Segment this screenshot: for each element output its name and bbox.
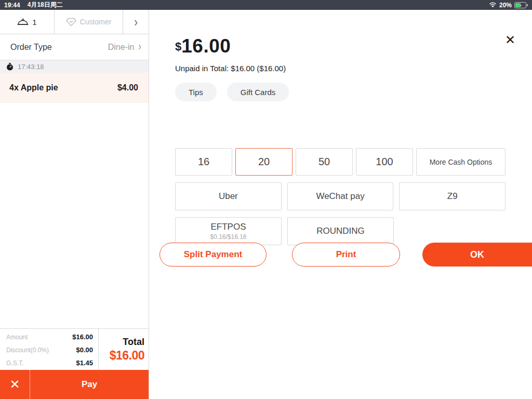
tips-button[interactable]: Tips (175, 83, 217, 101)
status-bar: 19:44 4月18日周二 20% (0, 0, 532, 10)
uber-payment-button[interactable]: Uber (175, 182, 282, 210)
total-label: Total (123, 337, 144, 348)
battery-percent: 20% (499, 2, 512, 9)
extras-row: Tips Gift Cards (175, 83, 506, 101)
payment-methods-row-2: EFTPOS $0.16/$16.16 ROUNDING (175, 217, 506, 245)
cancel-order-button[interactable]: ✕ (0, 370, 30, 399)
wifi-icon (489, 2, 497, 8)
customer-button[interactable]: Customer (55, 10, 123, 34)
order-type-row[interactable]: Order Type Dine-in › (0, 34, 149, 60)
status-date: 4月18日周二 (28, 1, 63, 9)
amount-row: Amount $16.00 (6, 333, 93, 341)
wechat-pay-payment-button[interactable]: WeChat pay (287, 182, 394, 210)
status-time: 19:44 (4, 2, 20, 9)
amount-label: Amount (6, 334, 28, 341)
cloche-icon (17, 17, 29, 26)
cash-option-100[interactable]: 100 (356, 148, 413, 176)
print-button[interactable]: Print (292, 243, 400, 267)
close-payment-button[interactable]: ✕ (505, 34, 515, 46)
order-header: 1 Customer › (0, 10, 149, 34)
expand-order-button[interactable]: › (123, 10, 149, 34)
pay-button-label: Pay (82, 379, 97, 390)
gst-row: G.S.T. $1.45 (6, 359, 93, 367)
order-type-value: Dine-in (108, 43, 135, 52)
pay-bar: ✕ Pay (0, 370, 149, 399)
tips-label: Tips (189, 88, 203, 97)
z9-label: Z9 (447, 191, 458, 202)
discount-label: Discount(0.0%) (6, 347, 49, 354)
due-amount-value: 16.00 (181, 35, 231, 57)
diamond-icon (66, 18, 76, 26)
order-line-item[interactable]: 4x Apple pie $4.00 (0, 73, 149, 103)
cash-option-label: 16 (198, 156, 209, 168)
total-value: $16.00 (110, 349, 144, 363)
close-icon: ✕ (9, 377, 20, 392)
split-payment-button[interactable]: Split Payment (159, 243, 267, 267)
chevron-right-icon: › (134, 16, 138, 29)
ok-label: OK (470, 249, 484, 260)
eftpos-surcharge: $0.16/$16.16 (210, 233, 246, 241)
gift-cards-label: Gift Cards (241, 88, 276, 97)
discount-value: $0.00 (76, 346, 93, 354)
item-name: 4x Apple pie (9, 83, 58, 92)
rounding-payment-button[interactable]: ROUNDING (287, 217, 394, 245)
close-icon: ✕ (505, 33, 515, 47)
split-payment-label: Split Payment (184, 249, 242, 260)
cash-option-16[interactable]: 16 (175, 148, 232, 176)
cash-option-20[interactable]: 20 (235, 148, 292, 176)
gst-value: $1.45 (76, 359, 93, 367)
pay-button[interactable]: Pay (30, 370, 149, 399)
order-timer: 17:43:18 (18, 63, 44, 71)
cash-option-50[interactable]: 50 (296, 148, 353, 176)
cash-options-row: 16 20 50 100 More Cash Options (175, 148, 506, 176)
guest-count-button[interactable]: 1 (0, 10, 55, 34)
ok-button[interactable]: OK (422, 243, 532, 267)
more-cash-options-button[interactable]: More Cash Options (416, 148, 506, 176)
eftpos-label: EFTPOS (210, 222, 246, 232)
order-sidebar: 1 Customer › Order Type Dine-in › (0, 10, 149, 399)
more-cash-options-label: More Cash Options (430, 158, 493, 166)
customer-label: Customer (80, 18, 112, 26)
cash-option-label: 50 (318, 156, 330, 168)
payment-methods-row-1: Uber WeChat pay Z9 (175, 182, 506, 210)
wechat-pay-label: WeChat pay (316, 191, 364, 202)
amount-value: $16.00 (72, 333, 93, 341)
battery-charging-icon (514, 2, 528, 8)
currency-symbol: $ (175, 40, 181, 54)
eftpos-payment-button[interactable]: EFTPOS $0.16/$16.16 (175, 217, 282, 245)
unpaid-total-text: Unpaid in Total: $16.00 ($16.00) (175, 64, 506, 73)
order-list-empty-space (0, 103, 149, 328)
z9-payment-button[interactable]: Z9 (399, 182, 506, 210)
gift-cards-button[interactable]: Gift Cards (227, 83, 289, 101)
print-label: Print (336, 249, 356, 260)
due-amount: $ 16.00 (175, 35, 506, 57)
gst-label: G.S.T. (6, 360, 23, 367)
item-price: $4.00 (117, 83, 138, 92)
guest-count: 1 (32, 18, 36, 26)
stopwatch-icon (6, 63, 14, 71)
uber-label: Uber (219, 191, 238, 202)
payment-panel: ✕ $ 16.00 Unpaid in Total: $16.00 ($16.0… (149, 10, 532, 399)
order-timer-row: 17:43:18 (0, 60, 149, 73)
chevron-right-icon: › (138, 42, 141, 52)
rounding-label: ROUNDING (316, 226, 365, 236)
cash-option-label: 20 (258, 156, 270, 168)
discount-row: Discount(0.0%) $0.00 (6, 346, 93, 354)
order-type-label: Order Type (10, 43, 52, 52)
grand-total: Total $16.00 (98, 329, 149, 370)
cash-option-label: 100 (376, 156, 393, 168)
totals-summary: Amount $16.00 Discount(0.0%) $0.00 G.S.T… (0, 328, 149, 370)
payment-actions-row: Split Payment Print OK (159, 243, 532, 267)
